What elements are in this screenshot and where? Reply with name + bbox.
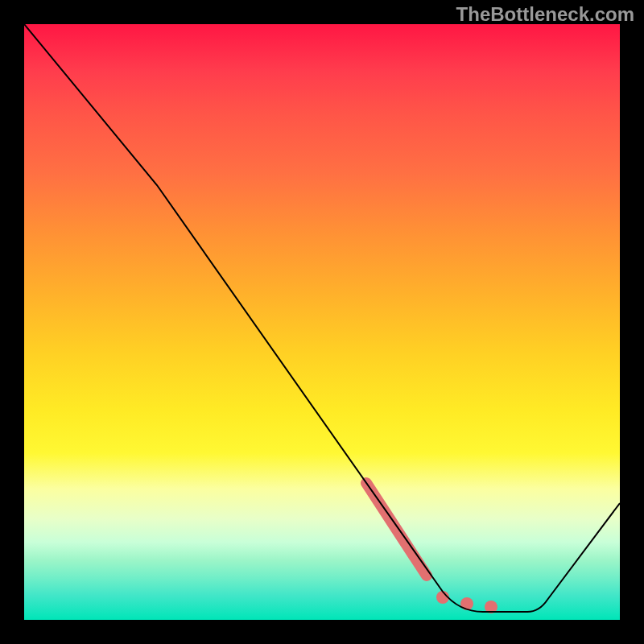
chart-svg bbox=[24, 24, 620, 620]
bottleneck-curve bbox=[24, 24, 620, 612]
chart-plot-area bbox=[24, 24, 620, 620]
watermark-text: TheBottleneck.com bbox=[456, 3, 634, 26]
